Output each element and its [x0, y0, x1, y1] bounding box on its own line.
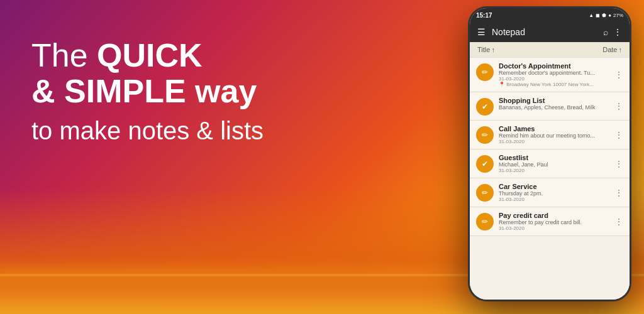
- phones-container: 15:17 ▲ ◼ ⬟ ● 27% ☰ Notepad ⌕ ⋮: [468, 6, 631, 301]
- date-sort[interactable]: Date ↑: [602, 46, 622, 53]
- menu-icon[interactable]: ☰: [477, 27, 486, 37]
- note-menu-icon[interactable]: ⋮: [614, 70, 623, 80]
- note-content: Pay credit card Remember to pay credit c…: [499, 212, 609, 231]
- note-title: Car Service: [499, 183, 609, 190]
- note-item[interactable]: ✏ Car Service Thursday at 2pm. 31-03-202…: [470, 178, 630, 207]
- status-time: 15:17: [476, 12, 492, 19]
- note-content: Shopping List Bananas, Apples, Cheese, B…: [499, 97, 609, 111]
- note-title: Guestlist: [499, 154, 609, 161]
- note-preview: Bananas, Apples, Cheese, Bread, Milk: [499, 104, 609, 111]
- note-content: Guestlist Michael, Jane, Paul 31-03-2020: [499, 154, 609, 173]
- more-icon[interactable]: ⋮: [613, 27, 622, 37]
- note-item[interactable]: ✏ Call James Remind him about our meetin…: [470, 121, 630, 149]
- note-icon-check: ✔: [476, 98, 494, 116]
- notes-list: ✏ Doctor's Appointment Remember doctor's…: [470, 58, 630, 300]
- note-title: Doctor's Appointment: [499, 62, 609, 70]
- note-date: 31-03-2020: [499, 139, 609, 144]
- note-date: 31-03-2020: [499, 197, 609, 202]
- sort-header: Title ↑ Date ↑: [470, 42, 630, 58]
- tagline-line2: & SIMPLE way: [31, 73, 264, 109]
- status-icons: ▲ ◼ ⬟ ● 27%: [589, 13, 623, 18]
- note-date: 31-03-2020: [499, 168, 609, 173]
- note-date: 31-03-2020: [499, 225, 609, 231]
- tagline-line1: The QUICK: [31, 38, 264, 73]
- note-date: 31-03-2020: [499, 76, 609, 82]
- app-bar: ☰ Notepad ⌕ ⋮: [470, 22, 630, 42]
- search-icon[interactable]: ⌕: [603, 27, 608, 37]
- note-item[interactable]: ✏ Pay credit card Remember to pay credit…: [470, 207, 630, 236]
- note-preview: Remember doctor's appointment. Tu...: [499, 70, 609, 76]
- note-menu-icon[interactable]: ⋮: [614, 159, 623, 169]
- note-content: Call James Remind him about our meeting …: [499, 125, 609, 144]
- note-menu-icon[interactable]: ⋮: [614, 130, 623, 140]
- note-menu-icon[interactable]: ⋮: [614, 101, 623, 111]
- tagline-block: The QUICK & SIMPLE way to make notes & l…: [31, 38, 264, 147]
- note-title: Shopping List: [499, 97, 609, 104]
- note-menu-icon[interactable]: ⋮: [614, 217, 623, 227]
- app-background: The QUICK & SIMPLE way to make notes & l…: [0, 0, 644, 314]
- phone-main: 15:17 ▲ ◼ ⬟ ● 27% ☰ Notepad ⌕ ⋮: [468, 6, 631, 301]
- note-preview: Thursday at 2pm.: [499, 190, 609, 197]
- note-preview: Remind him about our meeting tomo...: [499, 133, 609, 139]
- note-preview: Remember to pay credit card bill.: [499, 219, 609, 225]
- note-icon-check: ✔: [476, 155, 494, 173]
- note-item[interactable]: ✏ Doctor's Appointment Remember doctor's…: [470, 58, 630, 92]
- note-content: Car Service Thursday at 2pm. 31-03-2020: [499, 183, 609, 202]
- title-sort[interactable]: Title ↑: [477, 46, 495, 53]
- status-bar: 15:17 ▲ ◼ ⬟ ● 27%: [470, 8, 630, 22]
- note-icon-edit: ✏: [476, 213, 494, 230]
- tagline-line3: to make notes & lists: [31, 114, 264, 147]
- note-icon-edit: ✏: [476, 184, 494, 202]
- app-bar-icons: ⌕ ⋮: [603, 27, 622, 37]
- note-location: 📍 Broadway New York 10007 New York...: [499, 82, 609, 87]
- note-menu-icon[interactable]: ⋮: [614, 188, 623, 198]
- note-icon-edit: ✏: [476, 63, 494, 81]
- note-icon-edit: ✏: [476, 126, 494, 144]
- phone-main-screen: 15:17 ▲ ◼ ⬟ ● 27% ☰ Notepad ⌕ ⋮: [470, 8, 630, 300]
- note-preview: Michael, Jane, Paul: [499, 161, 609, 168]
- note-item[interactable]: ✔ Guestlist Michael, Jane, Paul 31-03-20…: [470, 149, 630, 178]
- note-title: Call James: [499, 125, 609, 133]
- app-title: Notepad: [492, 27, 597, 37]
- note-item[interactable]: ✔ Shopping List Bananas, Apples, Cheese,…: [470, 92, 630, 121]
- note-content: Doctor's Appointment Remember doctor's a…: [499, 62, 609, 87]
- note-title: Pay credit card: [499, 212, 609, 219]
